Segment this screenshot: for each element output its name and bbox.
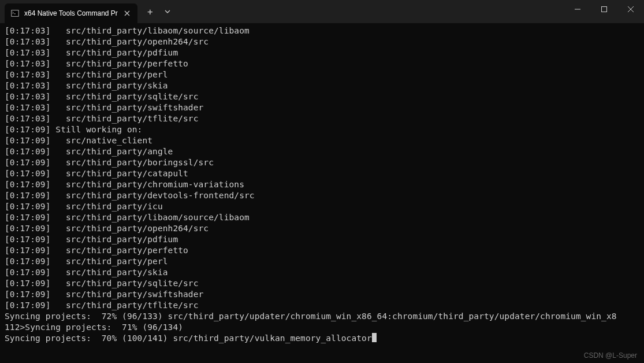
- terminal-icon: [10, 9, 20, 18]
- terminal-line: [0:17:03] src/third_party/perl: [5, 69, 639, 80]
- close-button[interactable]: [617, 0, 644, 18]
- tab-dropdown-button[interactable]: [159, 2, 176, 21]
- terminal-line: [0:17:09] src/third_party/perfetto: [5, 245, 639, 256]
- terminal-line: [0:17:09] src/third_party/chromium-varia…: [5, 179, 639, 190]
- terminal-line: [0:17:09] src/third_party/sqlite/src: [5, 278, 639, 289]
- terminal-line: [0:17:09] src/third_party/angle: [5, 146, 639, 157]
- terminal-line: 112>Syncing projects: 71% (96/134): [5, 322, 639, 333]
- watermark-text: CSDN @L-Super: [584, 351, 637, 360]
- terminal-line: [0:17:03] src/third_party/pdfium: [5, 47, 639, 58]
- terminal-line: [0:17:09] src/third_party/tflite/src: [5, 300, 639, 311]
- window-titlebar: x64 Native Tools Command Pr +: [0, 0, 644, 23]
- terminal-output[interactable]: [0:17:03] src/third_party/libaom/source/…: [0, 23, 644, 346]
- terminal-line: [0:17:09] src/third_party/swiftshader: [5, 289, 639, 300]
- terminal-line: [0:17:03] src/third_party/swiftshader: [5, 102, 639, 113]
- svg-rect-0: [12, 10, 18, 17]
- terminal-tab[interactable]: x64 Native Tools Command Pr: [5, 3, 137, 23]
- new-tab-button[interactable]: +: [141, 2, 159, 21]
- terminal-line: [0:17:09] src/third_party/openh264/src: [5, 223, 639, 234]
- terminal-line: [0:17:09] src/third_party/pdfium: [5, 234, 639, 245]
- terminal-line: [0:17:09] src/third_party/boringssl/src: [5, 157, 639, 168]
- terminal-cursor: [372, 333, 377, 342]
- terminal-line: [0:17:03] src/third_party/skia: [5, 80, 639, 91]
- minimize-button[interactable]: [564, 0, 591, 18]
- window-controls: [564, 0, 644, 23]
- terminal-line: [0:17:09] src/third_party/skia: [5, 267, 639, 278]
- tab-close-button[interactable]: [122, 9, 132, 18]
- terminal-line: [0:17:03] src/third_party/tflite/src: [5, 113, 639, 124]
- terminal-line: [0:17:09] Still working on:: [5, 124, 639, 135]
- terminal-line: [0:17:09] src/third_party/devtools-front…: [5, 190, 639, 201]
- terminal-line: [0:17:09] src/third_party/icu: [5, 201, 639, 212]
- terminal-line: [0:17:03] src/third_party/openh264/src: [5, 36, 639, 47]
- terminal-line: [0:17:03] src/third_party/perfetto: [5, 58, 639, 69]
- terminal-line: [0:17:09] src/native_client: [5, 135, 639, 146]
- svg-rect-3: [602, 7, 607, 12]
- terminal-line: Syncing projects: 72% (96/133) src/third…: [5, 311, 639, 322]
- terminal-line: Syncing projects: 70% (100/141) src/thir…: [5, 333, 639, 344]
- maximize-button[interactable]: [591, 0, 617, 18]
- terminal-line: [0:17:09] src/third_party/perl: [5, 256, 639, 267]
- terminal-line: [0:17:03] src/third_party/sqlite/src: [5, 91, 639, 102]
- titlebar-left: x64 Native Tools Command Pr +: [0, 0, 176, 23]
- terminal-line: [0:17:03] src/third_party/libaom/source/…: [5, 25, 639, 36]
- tab-title: x64 Native Tools Command Pr: [24, 9, 118, 17]
- terminal-line: [0:17:09] src/third_party/libaom/source/…: [5, 212, 639, 223]
- terminal-line: [0:17:09] src/third_party/catapult: [5, 168, 639, 179]
